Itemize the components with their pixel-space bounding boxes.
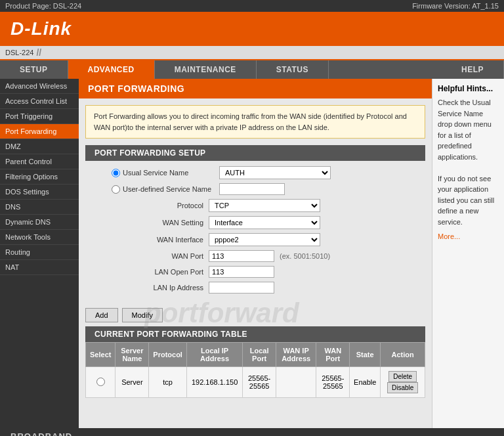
- description-box: Port Forwarding allows you to direct inc…: [85, 105, 425, 139]
- modify-button[interactable]: Modify: [122, 308, 163, 322]
- add-button[interactable]: Add: [85, 308, 118, 322]
- tab-maintenance[interactable]: MAINTENANCE: [155, 60, 257, 79]
- wan-setting-row: WAN Setting Interface: [112, 216, 419, 229]
- row-local-ip: 192.168.1.150: [186, 367, 242, 398]
- col-wan-ip: WAN IP Address: [276, 343, 316, 367]
- wan-port-label: WAN Port: [112, 252, 203, 260]
- help-title: Helpful Hints...: [438, 84, 499, 93]
- header: D-Link: [0, 12, 504, 46]
- breadcrumb-sep: //: [36, 47, 41, 58]
- usual-service-select[interactable]: AUTH: [219, 166, 331, 179]
- help-more-link[interactable]: More...: [438, 232, 499, 240]
- lan-ip-input[interactable]: [209, 282, 274, 294]
- help-text: Check the Usual Service Name drop down m…: [438, 97, 499, 227]
- delete-button[interactable]: Delete: [388, 371, 417, 382]
- nav-tabs: SETUP ADVANCED MAINTENANCE STATUS HELP: [0, 60, 504, 79]
- usual-service-row: Usual Service Name AUTH: [112, 166, 419, 179]
- sidebar-item-routing[interactable]: Routing: [0, 245, 79, 260]
- usual-service-radio[interactable]: [112, 169, 120, 177]
- content-area: Advanced Wireless Access Control List Po…: [0, 79, 504, 428]
- sidebar-item-port-triggering[interactable]: Port Triggering: [0, 109, 79, 124]
- sidebar-item-port-forwarding[interactable]: Port Forwarding: [0, 124, 79, 139]
- lan-ip-row: LAN Ip Address: [112, 282, 419, 294]
- top-bar: Product Page: DSL-224 Firmware Version: …: [0, 0, 504, 12]
- col-action: Action: [381, 343, 425, 367]
- tab-setup[interactable]: SETUP: [0, 60, 68, 79]
- row-action: Delete Disable: [381, 367, 425, 398]
- user-defined-input[interactable]: [219, 183, 285, 195]
- col-select: Select: [86, 343, 116, 367]
- wan-port-input[interactable]: [209, 250, 274, 262]
- sidebar-item-parent-control[interactable]: Parent Control: [0, 154, 79, 169]
- sidebar-item-network-tools[interactable]: Network Tools: [0, 230, 79, 245]
- sidebar-item-advanced-wireless[interactable]: Advanced Wireless: [0, 79, 79, 94]
- wan-interface-label: WAN Interface: [112, 236, 203, 244]
- sidebar: Advanced Wireless Access Control List Po…: [0, 79, 79, 428]
- row-select[interactable]: [86, 367, 116, 398]
- row-protocol: tcp: [149, 367, 187, 398]
- page-title: PORT FORWARDING: [79, 79, 432, 98]
- col-local-ip: Local IP Address: [186, 343, 242, 367]
- lan-ip-label: LAN Ip Address: [112, 284, 203, 292]
- wan-port-hint: (ex. 5001:5010): [280, 252, 330, 260]
- col-protocol: Protocol: [149, 343, 187, 367]
- tab-spacer: [329, 60, 442, 79]
- wan-port-row: WAN Port (ex. 5001:5010): [112, 250, 419, 262]
- table-section: CURRENT PORT FORWARDING TABLE Select Ser…: [85, 326, 425, 398]
- row-state: Enable: [350, 367, 381, 398]
- lan-open-port-input[interactable]: [209, 266, 274, 278]
- row-local-port: 25565-25565: [243, 367, 276, 398]
- sidebar-item-dmz[interactable]: DMZ: [0, 139, 79, 154]
- setup-section-title: PORT FORWARDING SETUP: [85, 145, 425, 161]
- user-defined-radio-label[interactable]: User-defined Service Name: [112, 185, 217, 194]
- bottom-bar: BROADBAND: [0, 428, 504, 436]
- description-text: Port Forwarding allows you to direct inc…: [94, 112, 407, 131]
- protocol-row: Protocol TCP UDP Both: [112, 199, 419, 212]
- sidebar-item-filtering-options[interactable]: Filtering Options: [0, 169, 79, 185]
- port-forwarding-table: Select Server Name Protocol Local IP Add…: [85, 342, 425, 398]
- logo: D-Link: [10, 18, 72, 39]
- col-wan-port: WAN Port: [316, 343, 350, 367]
- lan-open-port-row: LAN Open Port: [112, 266, 419, 278]
- sidebar-item-dns[interactable]: DNS: [0, 200, 79, 215]
- row-select-radio[interactable]: [96, 378, 105, 386]
- firmware-label: Firmware Version: AT_1.15: [412, 2, 499, 10]
- bottom-label: BROADBAND: [10, 431, 72, 436]
- user-defined-row: User-defined Service Name: [112, 183, 419, 195]
- table-title: CURRENT PORT FORWARDING TABLE: [85, 326, 425, 342]
- usual-service-radio-label[interactable]: Usual Service Name: [112, 169, 217, 177]
- breadcrumb-bar: DSL-224 //: [0, 46, 504, 60]
- protocol-label: Protocol: [112, 202, 203, 209]
- table-row: Server tcp 192.168.1.150 25565-25565 255…: [86, 367, 425, 398]
- user-defined-radio[interactable]: [112, 185, 120, 194]
- btn-row: Add Modify portforward: [79, 304, 432, 326]
- col-state: State: [350, 343, 381, 367]
- col-server-name: Server Name: [116, 343, 149, 367]
- main-content: PORT FORWARDING Port Forwarding allows y…: [79, 79, 432, 428]
- sidebar-item-nat[interactable]: NAT: [0, 260, 79, 275]
- form-area: Usual Service Name AUTH User-defined Ser…: [79, 166, 432, 304]
- wan-setting-select[interactable]: Interface: [209, 216, 320, 229]
- tab-status[interactable]: STATUS: [257, 60, 329, 79]
- sidebar-item-access-control-list[interactable]: Access Control List: [0, 94, 79, 109]
- tab-advanced[interactable]: ADVANCED: [68, 60, 155, 79]
- row-wan-port: 25565-25565: [316, 367, 350, 398]
- wan-interface-row: WAN Interface pppoe2: [112, 233, 419, 246]
- col-local-port: Local Port: [243, 343, 276, 367]
- wan-setting-label: WAN Setting: [112, 219, 203, 227]
- protocol-select[interactable]: TCP UDP Both: [209, 199, 320, 212]
- sidebar-item-dos-settings[interactable]: DOS Settings: [0, 185, 79, 200]
- tab-help[interactable]: HELP: [442, 60, 504, 79]
- breadcrumb-device: DSL-224: [5, 49, 33, 56]
- sidebar-item-dynamic-dns[interactable]: Dynamic DNS: [0, 215, 79, 230]
- row-server-name: Server: [116, 367, 149, 398]
- wan-interface-select[interactable]: pppoe2: [209, 233, 320, 246]
- help-panel: Helpful Hints... Check the Usual Service…: [432, 79, 504, 428]
- lan-open-port-label: LAN Open Port: [112, 268, 203, 276]
- disable-button[interactable]: Disable: [387, 382, 418, 393]
- row-wan-ip: [276, 367, 316, 398]
- product-label: Product Page: DSL-224: [5, 2, 81, 10]
